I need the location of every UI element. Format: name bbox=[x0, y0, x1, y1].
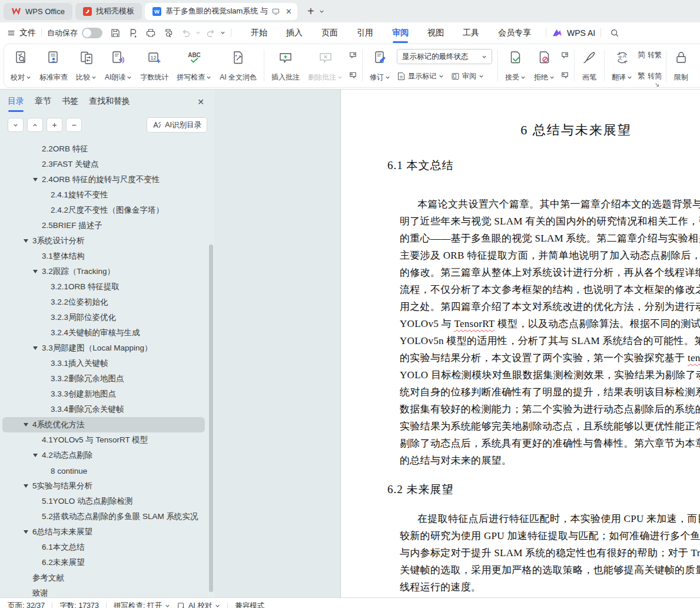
markup-state-select[interactable]: 显示标记的最终状态 bbox=[397, 49, 492, 64]
collapse-all-button[interactable]: − bbox=[66, 118, 82, 132]
toc-item[interactable]: 5.2搭载动态点剔除的多鱼眼 SLAM 系统实况 bbox=[2, 509, 205, 524]
sidebar-scrollbar[interactable] bbox=[209, 244, 213, 592]
toc-item[interactable]: 3.3.2删除冗余地图点 bbox=[2, 371, 205, 386]
collapse-arrow-icon[interactable] bbox=[33, 178, 42, 181]
document-page[interactable]: 6 总结与未来展望 6.1 本文总结本篇论文共设置六个篇章。其中第一篇章介绍本文… bbox=[340, 90, 700, 597]
review-pane-button[interactable]: 审阅 bbox=[451, 71, 484, 81]
tab-wps-office[interactable]: WPS Office bbox=[4, 3, 72, 20]
toc-item[interactable]: 3.3.1插入关键帧 bbox=[2, 356, 205, 371]
menubar-item[interactable]: 工具 bbox=[453, 22, 489, 43]
toc-item[interactable]: 参考文献 bbox=[2, 570, 205, 586]
menubar-item[interactable]: 开始 bbox=[241, 22, 277, 43]
to-simplified-button[interactable]: 繁 转简 bbox=[638, 71, 662, 81]
insert-comment-button[interactable]: 插入批注 bbox=[267, 47, 304, 84]
tab-document-active[interactable]: W 基于多鱼眼的视觉slam系统 与 ✕ bbox=[145, 3, 297, 20]
next-comment-button[interactable] bbox=[348, 70, 358, 80]
toc-item[interactable]: 2.5BRIEF 描述子 bbox=[2, 218, 205, 233]
toc-item[interactable]: 3.2.4关键帧的审核与生成 bbox=[2, 325, 205, 341]
toc-item[interactable]: 3.3.3创建新地图点 bbox=[2, 386, 205, 402]
menubar-item[interactable]: 引用 bbox=[347, 22, 383, 43]
reject-button[interactable]: 拒绝 bbox=[530, 47, 559, 84]
search-icon[interactable] bbox=[606, 25, 622, 40]
toc-item[interactable]: 3.3局部建图（Local Mapping） bbox=[2, 341, 205, 356]
menubar-item[interactable]: 会员专享 bbox=[489, 22, 540, 43]
toc-item[interactable]: 3.3.4删除冗余关键帧 bbox=[2, 402, 205, 417]
ribbon-button-ai-polish[interactable]: AI 全文润色 bbox=[215, 47, 261, 84]
collapse-arrow-icon[interactable] bbox=[33, 346, 42, 350]
pane-tab[interactable]: 目录 bbox=[8, 96, 24, 112]
toc-item[interactable]: 3.2跟踪（Tracking） bbox=[2, 264, 205, 279]
toc-item[interactable]: 3系统设计分析 bbox=[2, 233, 205, 249]
menubar-item[interactable]: 视图 bbox=[418, 22, 453, 43]
collapse-arrow-icon[interactable] bbox=[24, 530, 32, 534]
ribbon-button-compare[interactable]: 比较 bbox=[72, 47, 101, 84]
track-changes-button[interactable]: 修订 bbox=[366, 47, 394, 84]
ai-recognize-toc-button[interactable]: AI识别目录 bbox=[147, 117, 207, 133]
toc-item[interactable]: 2.4ORB 特征的旋转与尺度不变性 bbox=[2, 172, 205, 187]
toc-item[interactable]: 6.2未来展望 bbox=[2, 555, 205, 570]
next-change-button[interactable] bbox=[560, 70, 570, 80]
export-pdf-button[interactable] bbox=[125, 25, 141, 40]
restrict-edit-button[interactable]: 限制 bbox=[669, 47, 693, 84]
toc-item[interactable]: 4.1YOLOv5 与 TensorRT 模型 bbox=[2, 432, 205, 448]
translate-button[interactable]: 文A 翻译 bbox=[608, 47, 636, 84]
print-button[interactable] bbox=[142, 25, 158, 40]
toc-item[interactable]: 4系统优化方法 bbox=[2, 417, 205, 432]
close-tab-icon[interactable]: ✕ bbox=[286, 7, 292, 16]
dialog-launcher-icon[interactable] bbox=[654, 82, 660, 88]
ribbon-button-proofread[interactable]: 校对 bbox=[6, 47, 35, 84]
autosave-toggle[interactable] bbox=[82, 28, 102, 38]
menubar-item[interactable]: 插入 bbox=[277, 22, 312, 43]
print-preview-button[interactable] bbox=[160, 25, 176, 40]
pane-tab[interactable]: 书签 bbox=[62, 96, 78, 112]
brush-button[interactable]: 画笔 bbox=[578, 47, 601, 84]
wps-ai-button[interactable]: WPS AI bbox=[552, 28, 595, 38]
ribbon-button-word-count[interactable]: 12字数统计 bbox=[136, 47, 172, 84]
toc-item[interactable]: 2.4.2尺度不变性（图像金字塔） bbox=[2, 203, 205, 218]
file-menu-button[interactable]: 文件 bbox=[7, 28, 36, 38]
next-heading-button[interactable] bbox=[8, 118, 24, 132]
pane-tab[interactable]: 章节 bbox=[35, 96, 51, 112]
pane-tab[interactable]: 查找和替换 bbox=[89, 96, 130, 112]
ai-proof-status[interactable]: AI 校对 bbox=[177, 601, 220, 608]
save-button[interactable] bbox=[107, 25, 123, 40]
close-pane-icon[interactable]: ✕ bbox=[197, 97, 204, 107]
spellcheck-status[interactable]: 拼写检查: 打开 bbox=[114, 601, 170, 608]
previous-heading-button[interactable] bbox=[27, 118, 43, 132]
toc-item[interactable]: 6总结与未来展望 bbox=[2, 524, 205, 540]
toc-item[interactable]: 2.2ORB 特征 bbox=[2, 141, 205, 157]
ribbon-button-ai-read[interactable]: AI朗读 bbox=[101, 47, 136, 84]
menubar-item[interactable]: 审阅 bbox=[383, 22, 418, 43]
toc-item[interactable]: 4.2动态点剔除 bbox=[2, 448, 205, 463]
accept-button[interactable]: 接受 bbox=[501, 47, 530, 84]
toc-item[interactable]: 2.4.1旋转不变性 bbox=[2, 187, 205, 203]
previous-change-button[interactable] bbox=[560, 50, 570, 60]
collapse-arrow-icon[interactable] bbox=[24, 239, 32, 243]
collapse-arrow-icon[interactable] bbox=[24, 423, 32, 427]
tab-list-chevron-icon[interactable] bbox=[319, 9, 324, 14]
redo-button[interactable] bbox=[203, 25, 218, 40]
to-traditional-button[interactable]: 简 转繁 bbox=[638, 49, 662, 60]
menubar-item[interactable]: 页面 bbox=[312, 22, 347, 43]
toc-item[interactable]: 3.1整体结构 bbox=[2, 249, 205, 264]
ribbon-button-spellcheck[interactable]: ABC拼写检查 bbox=[172, 47, 215, 84]
collapse-arrow-icon[interactable] bbox=[24, 484, 32, 488]
toc-item[interactable]: 5.1YOLO 动态点剔除检测 bbox=[2, 494, 205, 509]
undo-button[interactable] bbox=[178, 25, 194, 40]
toc-item[interactable]: 3.2.1ORB 特征提取 bbox=[2, 279, 205, 295]
new-tab-button[interactable]: + bbox=[307, 5, 314, 17]
previous-comment-button[interactable] bbox=[348, 50, 358, 60]
tab-docer-templates[interactable]: 找稻壳模板 bbox=[75, 3, 142, 20]
expand-all-button[interactable]: + bbox=[47, 118, 62, 132]
toc-item[interactable]: 3.2.2位姿初始化 bbox=[2, 295, 205, 310]
collapse-arrow-icon[interactable] bbox=[33, 270, 42, 273]
word-count-indicator[interactable]: 字数: 17373 bbox=[59, 601, 99, 608]
toc-item[interactable]: 2.3FAST 关键点 bbox=[2, 157, 205, 172]
delete-comment-button[interactable]: 删除批注 bbox=[304, 47, 347, 84]
toc-item[interactable]: 5实验与结果分析 bbox=[2, 478, 205, 494]
show-markup-button[interactable]: 显示标记 bbox=[397, 71, 444, 81]
toc-item[interactable]: 8 continue bbox=[2, 463, 205, 478]
ribbon-button-standard-review[interactable]: 标准审查 bbox=[35, 47, 72, 84]
monitor-icon[interactable] bbox=[272, 8, 280, 15]
quickbar-more-chevron-icon[interactable] bbox=[220, 30, 225, 35]
